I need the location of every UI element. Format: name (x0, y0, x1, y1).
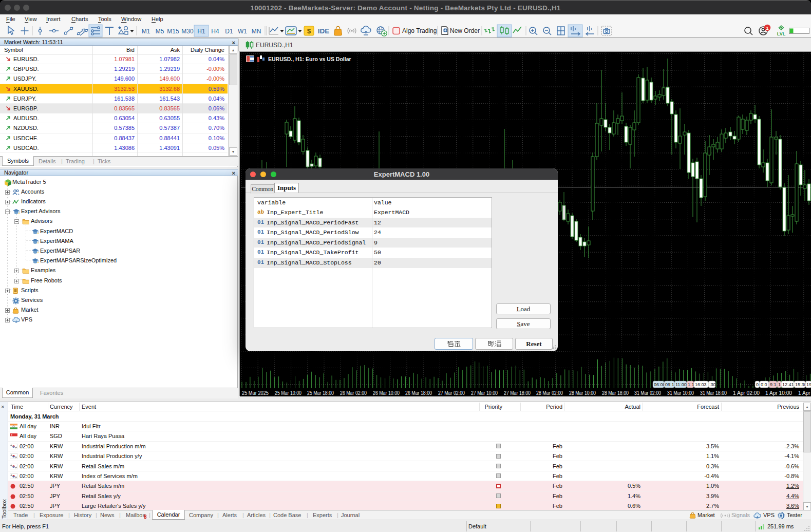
svg-text:26 Mar 02:00: 26 Mar 02:00 (340, 390, 367, 396)
svg-text:28 Mar 10:00: 28 Mar 10:00 (569, 390, 596, 396)
svg-text::30: :30 (709, 382, 716, 387)
svg-text:1: 1 (766, 25, 769, 31)
svg-text:9:1: 9:1 (770, 382, 777, 387)
svg-text:MN: MN (252, 28, 261, 35)
svg-text:26 Mar 10:00: 26 Mar 10:00 (373, 390, 400, 396)
svg-text:06:00: 06:00 (654, 382, 666, 387)
svg-text:25 Mar 2025: 25 Mar 2025 (242, 390, 269, 396)
svg-text:D1: D1 (225, 28, 233, 35)
svg-text:Algo Trading: Algo Trading (402, 27, 437, 34)
svg-text:27 Mar 18:00: 27 Mar 18:00 (504, 390, 531, 396)
svg-text:28 Mar 18:00: 28 Mar 18:00 (602, 390, 629, 396)
svg-text:$: $ (307, 27, 311, 35)
svg-text:27 Mar 02:00: 27 Mar 02:00 (438, 390, 465, 396)
svg-text:M1: M1 (142, 28, 150, 35)
svg-text:H4: H4 (211, 28, 219, 35)
svg-text:1 Apr 10:00: 1 Apr 10:00 (765, 390, 792, 396)
svg-text:09:1: 09:1 (665, 382, 674, 387)
svg-text:H1: H1 (197, 28, 205, 35)
svg-text:M5: M5 (156, 28, 164, 35)
svg-text:26 Mar 18:00: 26 Mar 18:00 (405, 390, 432, 396)
svg-text:27 Mar 10:00: 27 Mar 10:00 (471, 390, 498, 396)
svg-text:12:41: 12:41 (782, 382, 794, 387)
svg-text:0: 0 (756, 382, 759, 387)
svg-text:1:1: 1:1 (688, 382, 694, 387)
svg-text:M15: M15 (167, 28, 179, 35)
svg-text:31 Mar 10:00: 31 Mar 10:00 (667, 390, 694, 396)
svg-text:IDE: IDE (318, 27, 330, 35)
svg-text:31 Mar 02:00: 31 Mar 02:00 (634, 390, 661, 396)
svg-text:EURUSD., H1: Euro vs US Dolla: EURUSD., H1: Euro vs US Dollar (268, 56, 351, 62)
svg-text:New Order: New Order (450, 27, 480, 34)
svg-text:16:03: 16:03 (695, 382, 707, 387)
svg-text:25 Mar 10:00: 25 Mar 10:00 (275, 390, 301, 396)
svg-text:LVL: LVL (777, 31, 786, 36)
svg-text:15:30: 15:30 (795, 382, 807, 387)
svg-text:1 Apr 18:00: 1 Apr 18:00 (798, 390, 811, 396)
svg-text:11:00: 11:00 (675, 382, 687, 387)
svg-text:25 Mar 18:00: 25 Mar 18:00 (307, 390, 334, 396)
svg-text:0:0: 0:0 (761, 382, 767, 387)
svg-text:1 Apr 02:00: 1 Apr 02:00 (733, 390, 760, 396)
svg-text:M30: M30 (181, 28, 194, 35)
svg-text:19:: 19: (806, 382, 811, 387)
svg-text:W1: W1 (238, 28, 247, 35)
svg-text:28 Mar 02:00: 28 Mar 02:00 (536, 390, 563, 396)
svg-text:1: 1 (778, 382, 781, 387)
svg-text:31 Mar 18:00: 31 Mar 18:00 (700, 390, 727, 396)
